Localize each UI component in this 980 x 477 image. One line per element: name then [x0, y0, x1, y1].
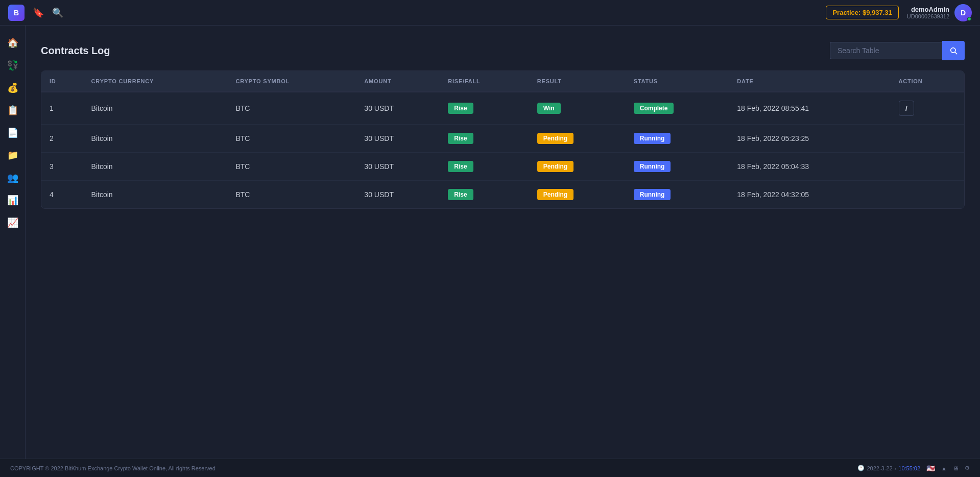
sidebar-item-contracts[interactable]: 📋	[4, 101, 22, 120]
cell-currency: Bitcoin	[83, 92, 228, 125]
status-badge: Running	[634, 133, 671, 144]
sidebar-item-analytics[interactable]: 📈	[4, 213, 22, 232]
bookmark-icon[interactable]: 🔖	[33, 7, 44, 18]
status-badge: Running	[634, 189, 671, 200]
info-button[interactable]: i	[899, 101, 914, 116]
top-navigation: B 🔖 🔍 Practice: $9,937.31 demoAdmin UD00…	[0, 0, 980, 26]
col-result: RESULT	[529, 71, 626, 92]
sidebar-item-wallet[interactable]: 💰	[4, 79, 22, 97]
cell-status: Running	[626, 153, 729, 181]
cell-action: i	[891, 92, 965, 125]
table-row: 2 Bitcoin BTC 30 USDT Rise Pending Runni…	[41, 125, 964, 153]
cell-rise-fall: Rise	[440, 125, 529, 153]
table-row: 4 Bitcoin BTC 30 USDT Rise Pending Runni…	[41, 181, 964, 209]
cell-currency: Bitcoin	[83, 181, 228, 209]
search-container	[830, 41, 965, 60]
cell-symbol: BTC	[227, 181, 356, 209]
col-rise-fall: RISE/FALL	[440, 71, 529, 92]
cell-result: Win	[529, 92, 626, 125]
user-id: UD00002639312	[907, 13, 949, 19]
cell-currency: Bitcoin	[83, 153, 228, 181]
nav-left: B 🔖 🔍	[8, 5, 63, 21]
cell-result: Pending	[529, 181, 626, 209]
cell-date: 18 Feb, 2022 04:32:05	[729, 181, 890, 209]
cell-date: 18 Feb, 2022 08:55:41	[729, 92, 890, 125]
footer-right: 🕐 2022-3-22 › 10:55:02 🇺🇸 ▲ 🖥 ⚙	[857, 464, 970, 472]
rise-fall-badge: Rise	[448, 189, 473, 200]
cell-id: 3	[41, 153, 83, 181]
col-date: DATE	[729, 71, 890, 92]
cell-status: Running	[626, 181, 729, 209]
cell-status: Running	[626, 125, 729, 153]
result-badge: Pending	[537, 189, 573, 200]
main-content: Contracts Log ID CRYPTO CURRENCY CRYP	[26, 26, 980, 477]
col-amount: AMOUNT	[356, 71, 440, 92]
search-button[interactable]	[942, 41, 965, 60]
page-header: Contracts Log	[41, 41, 965, 60]
status-badge: Complete	[634, 103, 674, 114]
avatar[interactable]: D	[954, 4, 972, 21]
user-details: demoAdmin UD00002639312	[907, 6, 949, 19]
cell-amount: 30 USDT	[356, 153, 440, 181]
sidebar-item-exchange[interactable]: 💱	[4, 56, 22, 75]
sidebar: 🏠 💱 💰 📋 📄 📁 👥 📊 📈	[0, 26, 26, 477]
footer: COPYRIGHT © 2022 BitKhum Exchange Crypto…	[0, 459, 980, 477]
search-input[interactable]	[830, 42, 942, 59]
cell-amount: 30 USDT	[356, 181, 440, 209]
contracts-table: ID CRYPTO CURRENCY CRYPTO SYMBOL AMOUNT …	[41, 71, 964, 208]
cell-symbol: BTC	[227, 125, 356, 153]
cell-rise-fall: Rise	[440, 92, 529, 125]
cell-currency: Bitcoin	[83, 125, 228, 153]
cell-symbol: BTC	[227, 92, 356, 125]
col-action: ACTION	[891, 71, 965, 92]
app-logo[interactable]: B	[8, 5, 25, 21]
rise-fall-badge: Rise	[448, 161, 473, 172]
search-icon	[949, 46, 958, 55]
cell-rise-fall: Rise	[440, 181, 529, 209]
cell-date: 18 Feb, 2022 05:23:25	[729, 125, 890, 153]
rise-fall-badge: Rise	[448, 103, 473, 114]
footer-date-time: 🕐 2022-3-22 › 10:55:02	[857, 465, 920, 471]
table-body: 1 Bitcoin BTC 30 USDT Rise Win Complete …	[41, 92, 964, 208]
practice-balance-badge[interactable]: Practice: $9,937.31	[826, 6, 898, 19]
chevron-up-icon[interactable]: ▲	[941, 465, 947, 471]
nav-right: Practice: $9,937.31 demoAdmin UD00002639…	[826, 4, 972, 21]
cell-action	[891, 153, 965, 181]
copyright-text: COPYRIGHT © 2022 BitKhum Exchange Crypto…	[10, 465, 216, 471]
table-row: 3 Bitcoin BTC 30 USDT Rise Pending Runni…	[41, 153, 964, 181]
footer-time-value: 10:55:02	[898, 465, 920, 471]
search-nav-icon[interactable]: 🔍	[52, 7, 63, 18]
avatar-letter: D	[961, 9, 966, 17]
cell-action	[891, 181, 965, 209]
user-info: demoAdmin UD00002639312 D	[907, 4, 972, 21]
status-badge: Running	[634, 161, 671, 172]
sidebar-item-files[interactable]: 📁	[4, 146, 22, 164]
clock-icon: 🕐	[857, 465, 865, 471]
sidebar-item-network[interactable]: 📊	[4, 191, 22, 209]
flag-icon: 🇺🇸	[926, 464, 935, 472]
sidebar-item-home[interactable]: 🏠	[4, 34, 22, 52]
result-badge: Pending	[537, 161, 573, 172]
cell-result: Pending	[529, 125, 626, 153]
cell-amount: 30 USDT	[356, 92, 440, 125]
cell-symbol: BTC	[227, 153, 356, 181]
cell-rise-fall: Rise	[440, 153, 529, 181]
cell-result: Pending	[529, 153, 626, 181]
online-dot	[967, 17, 971, 21]
sidebar-item-reports[interactable]: 📄	[4, 124, 22, 142]
sidebar-item-users[interactable]: 👥	[4, 169, 22, 187]
cell-action	[891, 125, 965, 153]
cell-id: 2	[41, 125, 83, 153]
settings-icon[interactable]: ⚙	[965, 465, 970, 471]
cell-amount: 30 USDT	[356, 125, 440, 153]
result-badge: Pending	[537, 133, 573, 144]
footer-arrow: ›	[895, 465, 897, 471]
col-status: STATUS	[626, 71, 729, 92]
cell-status: Complete	[626, 92, 729, 125]
col-currency: CRYPTO CURRENCY	[83, 71, 228, 92]
col-id: ID	[41, 71, 83, 92]
cell-date: 18 Feb, 2022 05:04:33	[729, 153, 890, 181]
table-row: 1 Bitcoin BTC 30 USDT Rise Win Complete …	[41, 92, 964, 125]
page-title: Contracts Log	[41, 45, 110, 57]
display-icon[interactable]: 🖥	[953, 465, 959, 471]
